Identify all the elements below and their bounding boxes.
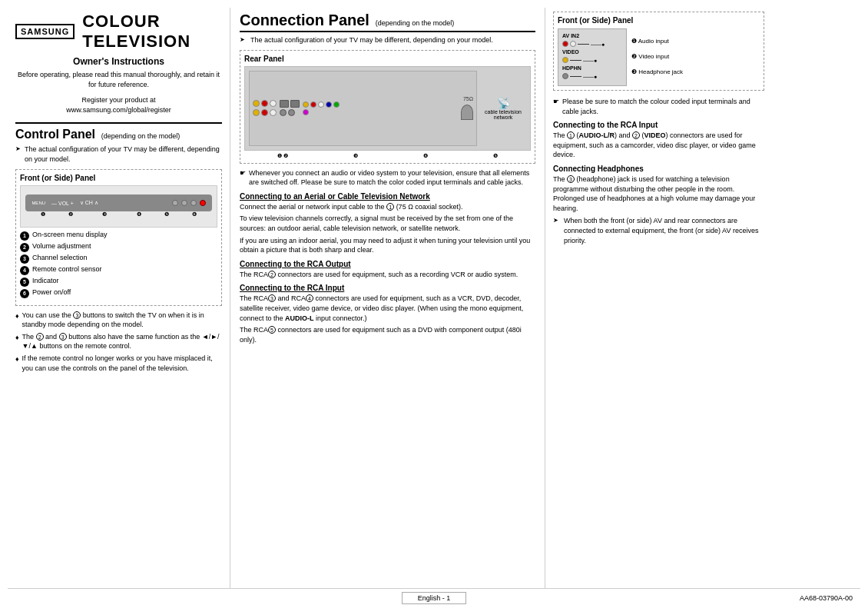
owners-title: Owner's Instructions — [15, 56, 222, 67]
front-side-panel-box: Front (or Side) Panel MENU — VOL + ∨ CH … — [15, 169, 222, 306]
color-note-text: Please be sure to match the colour coded… — [562, 97, 764, 116]
rear-panel-diagram: 75Ω 📡 cable televisionnetwork — [244, 66, 531, 151]
owners-para: Before operating, please read this manua… — [15, 70, 222, 89]
page: SAMSUNG COLOUR TELEVISION Owner's Instru… — [0, 0, 868, 615]
bullet-item: ♦ You can use the 3 buttons to switch th… — [15, 311, 222, 330]
headphone-label: ❸ Headphone jack — [631, 68, 683, 75]
headphones-title: Connecting Headphones — [553, 165, 764, 173]
color-note: ☛ Please be sure to match the colour cod… — [553, 97, 764, 116]
cable-tv-label: cable televisionnetwork — [485, 109, 522, 120]
list-item: 6 Power on/off — [20, 288, 217, 298]
samsung-logo: SAMSUNG — [15, 24, 75, 39]
model-code: AA68-03790A-00 — [800, 594, 853, 602]
list-item: 4 Remote control sensor — [20, 265, 217, 275]
rca-output-title: Connecting to the RCA Output — [240, 260, 535, 268]
rear-panel-box: Rear Panel — [240, 50, 535, 164]
aerial-title: Connecting to an Aerial or Cable Televis… — [240, 192, 535, 201]
list-item: 3 Channel selection — [20, 254, 217, 264]
control-panel-diagram: MENU — VOL + ∨ CH ∧ — [20, 185, 217, 228]
bullet-item: ♦ The 2 and 3 buttons also have the same… — [15, 332, 222, 351]
bullet-item: ♦ If the remote control no longer works … — [15, 354, 222, 373]
aerial-para2: To view television channels correctly, a… — [240, 214, 535, 233]
control-panel-section: Control Panel (depending on the model) T… — [15, 122, 222, 373]
rca-output-text: The RCA2 connectors are used for equipme… — [240, 270, 535, 280]
list-item: 5 Indicator — [20, 277, 217, 287]
fp-title: Front (or Side) Panel — [558, 16, 760, 25]
front-side-panel-title: Front (or Side) Panel — [20, 174, 217, 182]
connection-panel-sub: (depending on the model) — [376, 19, 455, 27]
middle-column: Connection Panel (depending on the model… — [230, 8, 545, 588]
main-content: SAMSUNG COLOUR TELEVISION Owner's Instru… — [8, 8, 860, 588]
front-panel-box-right: Front (or Side) Panel AV IN2 ——● VIDEO — [553, 12, 764, 91]
page-label: English - 1 — [402, 592, 467, 604]
aerial-para3: If you are using an indoor aerial, you m… — [240, 236, 535, 255]
tv-title: COLOUR TELEVISION — [82, 12, 222, 52]
control-panel-note: The actual configuration of your TV may … — [15, 145, 222, 164]
connection-panel-title: Connection Panel — [240, 12, 369, 28]
rca-input-section-title: Connecting to the RCA Input — [553, 121, 764, 129]
list-item: 1 On-screen menu display — [20, 231, 217, 241]
audio-input-label: ❶ Audio input — [631, 38, 683, 45]
brand-header: SAMSUNG COLOUR TELEVISION — [15, 12, 222, 52]
headphones-text: The 3 (headphone) jack is used for watch… — [553, 175, 764, 213]
rear-panel-title: Rear Panel — [244, 55, 531, 63]
aerial-para1: Connect the aerial or network input cabl… — [240, 202, 535, 212]
left-column: SAMSUNG COLOUR TELEVISION Owner's Instru… — [8, 8, 230, 588]
bullet-section: ♦ You can use the 3 buttons to switch th… — [15, 311, 222, 374]
rca-input-text2: The RCA5 connectors are used for equipme… — [240, 325, 535, 344]
register-text: Register your product atwww.samsung.com/… — [15, 95, 222, 115]
control-panel-sub: (depending on the model) — [101, 132, 181, 140]
video-input-label: ❷ Video input — [631, 53, 683, 60]
rca-input-section-text: The 1 (AUDIO-L/R) and 2 (VIDEO) connecto… — [553, 131, 764, 160]
control-panel-title: Control Panel — [15, 128, 95, 141]
av-priority-note: When both the front (or side) AV and rea… — [553, 216, 764, 245]
rca-input-title: Connecting to the RCA Input — [240, 284, 535, 292]
rca-input-text1: The RCA3 and RCA4 connectors are used fo… — [240, 294, 535, 323]
right-column: Front (or Side) Panel AV IN2 ——● VIDEO — [545, 8, 772, 588]
warning-note: ☛ Whenever you connect an audio or video… — [240, 168, 535, 188]
cp-note: The actual configuration of your TV may … — [240, 35, 535, 45]
numbered-list: 1 On-screen menu display 2 Volume adjust… — [20, 231, 217, 298]
list-item: 2 Volume adjustment — [20, 242, 217, 252]
footer: English - 1 AA68-03790A-00 — [8, 588, 860, 607]
warning-text: Whenever you connect an audio or video s… — [249, 168, 535, 188]
owners-instructions: Owner's Instructions Before operating, p… — [15, 56, 222, 89]
